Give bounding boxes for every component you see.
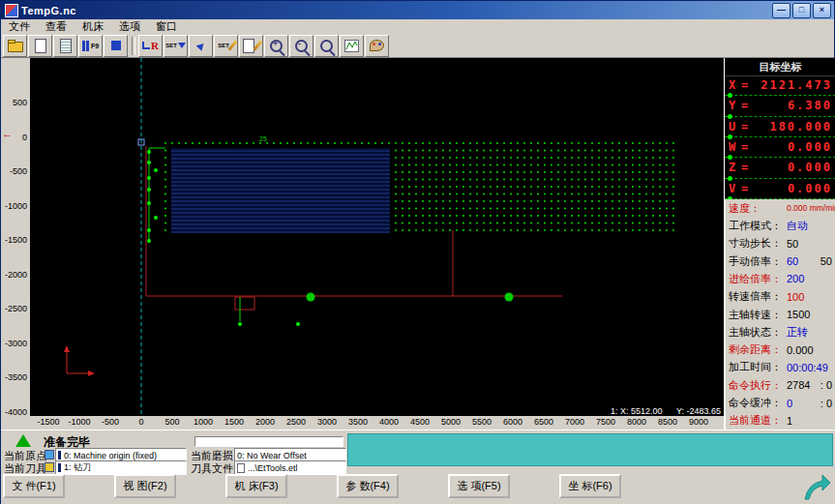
fkey-f5[interactable]: 选 项(F5) (448, 474, 510, 498)
status-row-8: 剩余距离：0.000 (726, 341, 835, 359)
current-origin-value: 0: Machine origin (fixed) (64, 451, 157, 460)
x-tick-10: 3500 (348, 417, 368, 427)
status-row-9: 加工时间：00:00:49 (726, 359, 835, 376)
y-tick-8: -3500 (5, 372, 27, 382)
y-tick-3: -1000 (5, 201, 27, 211)
stop-icon (111, 41, 121, 50)
toolpath-canvas[interactable]: 251: X: 5512.00Y: -2483.65 (30, 58, 724, 416)
axis-readout-W: W=0.000 (725, 137, 835, 158)
origin-icon (45, 450, 54, 460)
status-row-0: 速度：0.000 mm/min (726, 199, 835, 217)
y-tick-5: -2000 (5, 270, 27, 280)
x-tick-7: 2000 (255, 417, 275, 427)
fkey-f6[interactable]: 坐 标(F6) (559, 474, 621, 498)
fkey-f1[interactable]: 文 件(F1) (3, 474, 65, 498)
minimize-button[interactable]: — (772, 3, 790, 18)
palette-icon (370, 40, 384, 51)
arrow-up-right-icon (195, 41, 206, 51)
pause-f9-button[interactable]: F9 (78, 35, 103, 57)
y-tick-6: -2500 (5, 304, 27, 313)
x-tick-2: -500 (102, 417, 119, 427)
menu-bar: 文件查看机床选项窗口 (1, 19, 834, 35)
x-tick-13: 5000 (441, 417, 461, 427)
axis-readouts: X=2121.473Y=6.380U=180.000W=0.000Z=0.000… (725, 75, 835, 199)
x-tick-4: 500 (164, 417, 179, 427)
menu-item-4[interactable]: 窗口 (148, 19, 185, 34)
single-block-button[interactable]: R (138, 35, 163, 57)
menu-item-3[interactable]: 选项 (111, 19, 148, 34)
open-file-button[interactable] (3, 35, 27, 57)
open-folder-icon (8, 42, 23, 52)
edit-file-button[interactable] (53, 35, 77, 57)
tool-file-select[interactable]: ...\EtTools.etl (234, 460, 346, 475)
trace-view-button[interactable] (340, 35, 364, 57)
x-tick-9: 3000 (317, 417, 337, 427)
new-file-button[interactable] (28, 35, 52, 57)
toolpath-viewport[interactable]: 251: X: 5512.00Y: -2483.65 (30, 58, 724, 416)
set-origin-button[interactable]: SET (164, 35, 188, 57)
arrow-down-icon (178, 43, 186, 48)
current-tool-value: 1: 钻刀 (64, 461, 91, 474)
set-offset-button[interactable]: SET (214, 35, 238, 57)
menu-item-1[interactable]: 查看 (38, 19, 75, 34)
svg-text:Y: -2483.65: Y: -2483.65 (676, 406, 721, 416)
fkey-f3[interactable]: 机 床(F3) (225, 474, 287, 498)
function-key-row: 文 件(F1)视 图(F2)机 床(F3)参 数(F4)选 项(F5)坐 标(F… (3, 474, 700, 499)
menu-item-2[interactable]: 机床 (75, 19, 111, 34)
axis-readout-U: U=180.000 (725, 117, 835, 137)
x-tick-19: 8000 (627, 417, 646, 427)
magnifier-icon (320, 40, 333, 52)
close-button[interactable]: × (813, 3, 831, 18)
selection-bar (58, 451, 61, 460)
magnifier-minus-icon: - (295, 40, 308, 52)
return-arrow-icon (142, 42, 150, 49)
x-tick-15: 6000 (503, 417, 522, 427)
maximize-button[interactable]: □ (792, 3, 811, 18)
edit-program-button[interactable] (239, 35, 263, 57)
document-icon (60, 39, 72, 53)
status-row-4: 进给倍率：200 (726, 270, 835, 287)
x-tick-17: 7000 (565, 417, 584, 427)
stop-button[interactable] (104, 35, 128, 57)
menu-item-0[interactable]: 文件 (1, 19, 38, 34)
x-tick-16: 6500 (534, 417, 553, 427)
x-tick-11: 4000 (379, 417, 399, 427)
target-coords-title: 目标坐标 (725, 58, 835, 76)
file-icon (237, 463, 245, 473)
y-tick-7: -3000 (5, 339, 27, 348)
status-bar: 准备完毕 当前原点 0: Machine origin (fixed) 当前刀具… (1, 430, 835, 504)
fkey-f4[interactable]: 参 数(F4) (337, 474, 399, 498)
status-row-6: 主轴转速：1500 (726, 306, 835, 323)
graph-area: ← 5000-500-1000-1500-2000-2500-3000-3500… (1, 58, 724, 430)
app-icon (5, 4, 18, 17)
y-tick-0: 500 (13, 98, 27, 107)
ready-triangle-icon (15, 434, 31, 447)
x-zero-arrow-icon: ← (2, 128, 13, 139)
toolbar: F9 R SET SET + - (1, 34, 834, 58)
progress-bar (194, 436, 343, 447)
status-row-7: 主轴状态：正转 (726, 323, 835, 341)
fkey-f2[interactable]: 视 图(F2) (114, 474, 176, 498)
display-settings-button[interactable] (365, 35, 389, 57)
x-tick-1: -1000 (68, 417, 90, 427)
x-tick-6: 1500 (224, 417, 244, 427)
tool-file-value: ...\EtTools.etl (248, 463, 298, 473)
zoom-out-button[interactable]: - (289, 35, 313, 57)
zoom-window-button[interactable] (314, 35, 339, 57)
page-swoosh-arrow-icon[interactable] (802, 473, 831, 502)
single-block-icon: R (151, 40, 159, 51)
axis-readout-V: V=0.000 (725, 179, 835, 199)
status-row-10: 命令执行：2784: 0 (726, 376, 835, 394)
magnifier-plus-icon: + (270, 40, 283, 52)
x-tick-20: 8500 (658, 417, 677, 427)
status-row-3: 手动倍率：6050 (726, 252, 835, 270)
target-coords-panel: 目标坐标 X=2121.473Y=6.380U=180.000W=0.000Z=… (724, 58, 835, 430)
x-tick-8: 2500 (286, 417, 306, 427)
svg-text:25: 25 (259, 135, 267, 142)
zoom-in-button[interactable]: + (264, 35, 288, 57)
x-tick-5: 1000 (194, 417, 213, 427)
trace-chart-icon (344, 40, 359, 52)
goto-origin-button[interactable] (189, 35, 213, 57)
tool-icon (45, 462, 54, 472)
current-tool-select[interactable]: 1: 钻刀 (55, 460, 187, 475)
